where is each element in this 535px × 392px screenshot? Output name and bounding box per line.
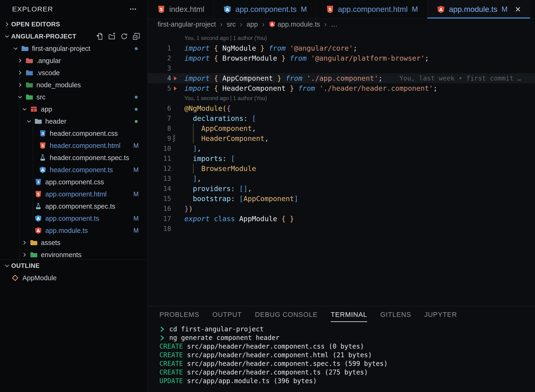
code-line-7[interactable]: 7 declarations: [	[148, 113, 535, 123]
project-section[interactable]: ANGULAR-PROJECT	[0, 30, 148, 42]
panel-tab-jupyter[interactable]: JUPYTER	[424, 311, 457, 322]
tree-item-app.component.html[interactable]: 5app.component.htmlM	[0, 188, 148, 200]
line-number[interactable]: 9	[148, 135, 171, 142]
breadcrumb-item-2[interactable]: app	[246, 21, 258, 28]
more-horizontal-icon[interactable]	[128, 4, 138, 14]
chevron-right-icon[interactable]	[16, 81, 24, 89]
tree-item-node_modules[interactable]: node_modules	[0, 79, 148, 91]
code-line-3[interactable]: 3	[148, 63, 535, 73]
terminal-text: src/app/header/header.component.css (0 b…	[183, 342, 364, 351]
new-file-icon[interactable]	[95, 31, 105, 42]
breadcrumb-item-3[interactable]: Aapp.module.ts	[269, 21, 320, 28]
line-number[interactable]: 6	[148, 105, 171, 112]
tree-item-app.module.ts[interactable]: Aapp.module.tsM	[0, 224, 148, 237]
code-line-5[interactable]: 5import { HeaderComponent } from './head…	[148, 83, 535, 93]
tree-item-.angular[interactable]: .angular	[0, 55, 148, 67]
panel-tab-gitlens[interactable]: GITLENS	[380, 311, 411, 322]
open-editors-section[interactable]: OPEN EDITORS	[0, 18, 148, 30]
line-number[interactable]: 12	[148, 165, 171, 173]
panel-tab-problems[interactable]: PROBLEMS	[160, 311, 199, 322]
code-editor[interactable]: You, 1 second ago | 1 author (You)1impor…	[148, 30, 535, 306]
tree-item-header.component.html[interactable]: 5header.component.htmlM	[0, 140, 148, 152]
tree-item-header[interactable]: header	[0, 115, 148, 127]
line-number[interactable]: 5	[148, 84, 171, 92]
tree-item-assets[interactable]: assets	[0, 237, 148, 249]
line-number[interactable]: 4	[148, 75, 171, 82]
tree-item-app.component.css[interactable]: 3app.component.css	[0, 176, 148, 188]
tree-item-first-angular-project[interactable]: first-angular-project	[0, 42, 148, 55]
chevron-down-icon[interactable]	[16, 93, 24, 101]
breadcrumb-separator: ›	[324, 20, 327, 28]
code-text: BrowserModule	[171, 164, 256, 173]
collapse-all-icon[interactable]	[131, 31, 141, 42]
terminal-text: src/app/header/header.component.html (21…	[183, 351, 372, 359]
code-line-11[interactable]: 11 imports: [	[148, 154, 535, 163]
chevron-right-icon[interactable]	[16, 69, 24, 77]
code-line-12[interactable]: 12 BrowserModule	[148, 163, 535, 174]
tree-item-src[interactable]: src	[0, 91, 148, 103]
line-number[interactable]: 13	[148, 175, 171, 182]
chevron-right-icon[interactable]	[20, 238, 29, 247]
code-line-14[interactable]: 14 providers: [],	[148, 184, 535, 194]
tree-item-header.component.css[interactable]: 3header.component.css	[0, 127, 148, 140]
tree-item-.vscode[interactable]: .vscode	[0, 67, 148, 79]
chevron-down-icon[interactable]	[20, 105, 29, 113]
close-icon[interactable]: ×	[515, 5, 521, 14]
terminal-tag: UPDATE	[160, 377, 183, 385]
code-line-1[interactable]: 1import { NgModule } from '@angular/core…	[148, 43, 535, 53]
editor-tab-app.component.html[interactable]: 5app.component.htmlM	[317, 0, 428, 19]
open-editors-label: OPEN EDITORS	[11, 21, 60, 28]
code-line-13[interactable]: 13 ],	[148, 174, 535, 184]
code-line-17[interactable]: 17export class AppModule { }	[148, 214, 535, 224]
code-text: imports: [	[171, 154, 235, 163]
line-number[interactable]: 18	[148, 225, 171, 233]
tree-item-header.component.ts[interactable]: Aheader.component.tsM	[0, 164, 148, 176]
line-number[interactable]: 15	[148, 195, 171, 203]
symbol-class-icon	[11, 274, 20, 282]
chevron-down-icon[interactable]	[11, 44, 20, 53]
code-line-2[interactable]: 2import { BrowserModule } from '@angular…	[148, 53, 535, 63]
line-number[interactable]: 3	[148, 64, 171, 72]
outline-item-AppModule[interactable]: AppModule	[0, 272, 148, 284]
line-number[interactable]: 7	[148, 115, 171, 122]
editor-tab-app.component.ts[interactable]: Aapp.component.tsM	[214, 0, 316, 19]
code-line-6[interactable]: 6@NgModule({	[148, 103, 535, 113]
line-number[interactable]: 16	[148, 205, 171, 213]
code-line-15[interactable]: 15 bootstrap: [AppComponent]	[148, 194, 535, 204]
line-number[interactable]: 14	[148, 185, 171, 192]
line-number[interactable]: 8	[148, 125, 171, 132]
breadcrumb-item-1[interactable]: src	[227, 21, 236, 28]
code-line-9[interactable]: 9 HeaderComponent,	[148, 133, 535, 144]
chevron-down-icon[interactable]	[25, 117, 33, 126]
line-number[interactable]: 10	[148, 145, 171, 152]
tree-item-app.component.ts[interactable]: Aapp.component.tsM	[0, 212, 148, 224]
tree-item-app[interactable]: app	[0, 103, 148, 115]
outline-section[interactable]: OUTLINE	[0, 260, 148, 272]
line-number[interactable]: 17	[148, 215, 171, 223]
panel-tab-terminal[interactable]: TERMINAL	[331, 311, 367, 322]
terminal-output[interactable]: cd first-angular-projectng generate comp…	[148, 325, 535, 385]
code-line-8[interactable]: 8 AppComponent,	[148, 123, 535, 133]
editor-tab-app.module.ts[interactable]: Aapp.module.tsM×	[427, 0, 530, 19]
breadcrumb-item-4[interactable]: …	[331, 21, 338, 28]
code-line-16[interactable]: 16})	[148, 204, 535, 214]
chevron-right-icon[interactable]	[20, 251, 29, 259]
tree-item-app.component.spec.ts[interactable]: app.component.spec.ts	[0, 200, 148, 212]
editor-tab-index.html[interactable]: 5index.html	[148, 0, 214, 19]
chevron-right-icon[interactable]	[16, 56, 24, 65]
line-number[interactable]: 2	[148, 54, 171, 62]
code-line-4[interactable]: 4import { AppComponent } from './app.com…	[148, 73, 535, 83]
new-folder-icon[interactable]	[107, 31, 117, 42]
panel-tab-output[interactable]: OUTPUT	[212, 311, 242, 322]
line-number[interactable]: 1	[148, 44, 171, 52]
code-line-18[interactable]: 18	[148, 224, 535, 234]
line-number[interactable]: 11	[148, 155, 171, 162]
breadcrumb-item-0[interactable]: first-angular-project	[158, 21, 216, 28]
refresh-icon[interactable]	[119, 31, 129, 42]
panel-tab-debug-console[interactable]: DEBUG CONSOLE	[255, 311, 318, 322]
tree-item-environments[interactable]: environments	[0, 249, 148, 259]
tree-item-header.component.spec.ts[interactable]: header.component.spec.ts	[0, 152, 148, 164]
code-line-10[interactable]: 10 ],	[148, 144, 535, 154]
angular-red-icon: A	[269, 21, 276, 28]
tree-spacer	[25, 190, 33, 198]
